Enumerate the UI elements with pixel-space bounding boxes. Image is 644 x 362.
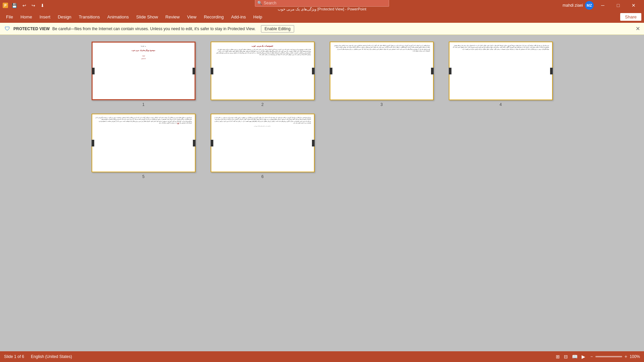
slide-content-1: به نام خدا موضوع: ویژگی‌های یک مربی خوب … <box>93 43 195 99</box>
zoom-in-button[interactable]: ＋ <box>624 354 628 360</box>
slide-thumbnail-4[interactable]: مربی سازمان می‌دهد که کلاس فراهم آورد، ه… <box>449 42 553 100</box>
slide-thumbnail-5[interactable]: مربیان خوب به تفاوت‌های فردی ورزشکاران آ… <box>92 114 196 172</box>
zoom-level: 100% <box>630 354 640 359</box>
slideshow-button[interactable]: ▶ <box>580 353 587 360</box>
protected-message: Be careful—files from the Internet can c… <box>52 26 256 31</box>
view-buttons: ⊞ ⊟ 📖 ▶ <box>554 353 587 360</box>
slide2-heading: خصوصیات یک مربی خوب <box>214 45 311 48</box>
menubar-right: Share <box>620 13 641 21</box>
slide4-body: مربی سازمان می‌دهد که کلاس فراهم آورد، ه… <box>452 45 549 50</box>
slide2-body: قبل از اینکه به موضوع بپردازیم بهتر است … <box>214 49 311 56</box>
avatar: MZ <box>585 1 594 10</box>
slide-num-5: 5 <box>142 174 145 179</box>
zoom-slider[interactable] <box>595 356 622 357</box>
search-input[interactable] <box>264 1 387 5</box>
slide-grid-row1: به نام خدا موضوع: ویژگی‌های یک مربی خوب … <box>87 42 557 107</box>
statusbar: Slide 1 of 6 English (United States) ⊞ ⊟… <box>0 351 644 362</box>
slide-content-4: مربی سازمان می‌دهد که کلاس فراهم آورد، ه… <box>449 42 552 100</box>
zoom-out-button[interactable]: － <box>589 354 594 360</box>
slide-num-3: 3 <box>380 102 383 107</box>
language-indicator: English (United States) <box>31 354 72 359</box>
slide3-body: مربیان واقعی از بین کسانی که از آموزش آم… <box>333 45 430 52</box>
slide-thumb-container-1: به نام خدا موضوع: ویژگی‌های یک مربی خوب … <box>87 42 200 107</box>
slide-content-5: مربیان خوب به تفاوت‌های فردی ورزشکاران آ… <box>92 114 195 172</box>
slide-thumb-container-3: مربیان واقعی از بین کسانی که از آموزش آم… <box>325 42 438 107</box>
powerpoint-icon: P <box>3 3 8 8</box>
normal-view-button[interactable]: ⊞ <box>554 353 561 360</box>
menu-animations[interactable]: Animations <box>104 13 132 21</box>
slide-grid-row2: مربیان خوب به تفاوت‌های فردی ورزشکاران آ… <box>87 114 557 179</box>
user-name: mahdi ziaei <box>562 3 583 8</box>
slide-num-6: 6 <box>261 174 264 179</box>
menu-home[interactable]: Home <box>17 13 36 21</box>
enable-editing-button[interactable]: Enable Editing <box>261 25 294 33</box>
close-protected-bar-button[interactable]: ✕ <box>636 25 640 32</box>
slide-content-6: مربیان متشخص به بازیکنان و راندمان آموزش… <box>211 114 314 172</box>
slide-thumb-container-5: مربیان خوب به تفاوت‌های فردی ورزشکاران آ… <box>87 114 200 179</box>
menu-slideshow[interactable]: Slide Show <box>133 13 161 21</box>
slide1-title: موضوع: ویژگی‌های یک مربی خوب <box>95 49 192 52</box>
menu-file[interactable]: File <box>3 13 16 21</box>
slide-num-4: 4 <box>499 102 502 107</box>
zoom-controls: － ＋ 100% <box>589 354 640 360</box>
slide-thumbnail-3[interactable]: مربیان واقعی از بین کسانی که از آموزش آم… <box>330 42 434 100</box>
customize-button[interactable]: ⬇ <box>39 2 46 9</box>
redo-button[interactable]: ↪ <box>30 2 37 9</box>
slide-thumbnail-1[interactable]: به نام خدا موضوع: ویژگی‌های یک مربی خوب … <box>92 42 196 100</box>
save-button[interactable]: 💾 <box>10 2 19 9</box>
slide-count: Slide 1 of 6 <box>4 354 24 359</box>
slide1-teacher: استاد: <box>95 55 192 57</box>
menu-review[interactable]: Review <box>162 13 183 21</box>
user-area: mahdi ziaei MZ <box>562 1 594 10</box>
slide-sorter-button[interactable]: ⊟ <box>562 353 569 360</box>
close-button[interactable]: ✕ <box>626 0 641 11</box>
menu-design[interactable]: Design <box>54 13 74 21</box>
window-title: ویژگی‌های یک مربی خوب [Protected View] -… <box>278 7 366 11</box>
slide-content-3: مربیان واقعی از بین کسانی که از آموزش آم… <box>330 42 433 100</box>
slide6-footer: منابع: برخی منابع معتبر قیادت ورزشی <box>214 125 311 127</box>
search-bar[interactable]: 🔍 <box>255 0 389 7</box>
statusbar-right: ⊞ ⊟ 📖 ▶ － ＋ 100% <box>554 353 640 360</box>
menu-help[interactable]: Help <box>250 13 266 21</box>
menubar: File Home Insert Design Transitions Anim… <box>0 11 644 23</box>
titlebar-left: P 💾 ↩ ↪ ⬇ <box>3 2 46 9</box>
slide5-body: مربیان خوب به تفاوت‌های فردی ورزشکاران آ… <box>95 117 192 124</box>
menu-insert[interactable]: Insert <box>36 13 54 21</box>
menu-view[interactable]: View <box>184 13 200 21</box>
slide-content-2: خصوصیات یک مربی خوب قبل از اینکه به موضو… <box>211 42 314 100</box>
share-button[interactable]: Share <box>620 13 641 21</box>
menu-transitions[interactable]: Transitions <box>75 13 103 21</box>
main-content-area: به نام خدا موضوع: ویژگی‌های یک مربی خوب … <box>0 35 644 351</box>
slide-thumbnail-2[interactable]: خصوصیات یک مربی خوب قبل از اینکه به موضو… <box>211 42 315 100</box>
slide1-student: دانشجو: <box>95 58 192 60</box>
slide1-topline: به نام خدا <box>95 45 192 47</box>
titlebar-right: mahdi ziaei MZ ─ □ ✕ <box>562 0 641 11</box>
maximize-button[interactable]: □ <box>610 0 626 11</box>
slide-thumb-container-4: مربی سازمان می‌دهد که کلاس فراهم آورد، ه… <box>444 42 557 107</box>
slide-thumb-container-6: مربیان متشخص به بازیکنان و راندمان آموزش… <box>206 114 319 179</box>
protected-label: PROTECTED VIEW <box>13 26 50 31</box>
window-controls: ─ □ ✕ <box>595 0 641 11</box>
titlebar: P 💾 ↩ ↪ ⬇ 🔍 ویژگی‌های یک مربی خوب [Prote… <box>0 0 644 11</box>
slide-num-2: 2 <box>261 102 264 107</box>
slide-num-1: 1 <box>142 102 145 107</box>
protected-view-bar: 🛡 PROTECTED VIEW Be careful—files from t… <box>0 23 644 35</box>
slide-thumb-container-2: خصوصیات یک مربی خوب قبل از اینکه به موضو… <box>206 42 319 107</box>
minimize-button[interactable]: ─ <box>595 0 610 11</box>
undo-button[interactable]: ↩ <box>21 2 28 9</box>
slide6-body: مربیان متشخص به بازیکنان و راندمان آموزش… <box>214 117 311 124</box>
slide-thumbnail-6[interactable]: مربیان متشخص به بازیکنان و راندمان آموزش… <box>211 114 315 172</box>
search-icon: 🔍 <box>257 1 262 5</box>
titlebar-center: 🔍 ویژگی‌های یک مربی خوب [Protected View]… <box>255 0 389 11</box>
shield-icon: 🛡 <box>4 25 11 32</box>
menu-recording[interactable]: Recording <box>201 13 227 21</box>
reading-view-button[interactable]: 📖 <box>571 353 579 360</box>
menu-addins[interactable]: Add-ins <box>228 13 249 21</box>
